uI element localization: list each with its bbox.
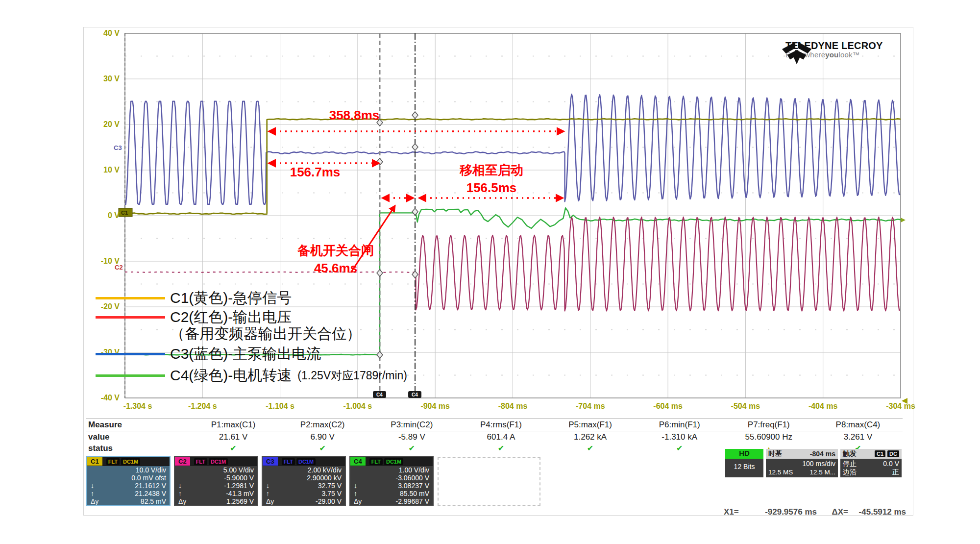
channel-badge: FLT: [106, 458, 120, 465]
channel-cursor-symbol: Δy: [354, 497, 362, 505]
measure-header[interactable]: P7:freq(F1): [724, 420, 813, 430]
channel-badge: DC1M: [296, 458, 316, 465]
hd-label: HD: [725, 449, 763, 459]
channel-value: 5.00 V/div: [223, 466, 254, 474]
measure-header[interactable]: P6:min(F1): [635, 420, 724, 430]
channel-badge: FLT: [369, 458, 383, 465]
status-ok-icon: ✔: [230, 444, 236, 452]
cursor-readout: X1=-929.9576 msΔX=-45.5912 ms X2=-975.54…: [724, 480, 906, 544]
annotation-total-time: 358.8ms: [308, 108, 401, 123]
channel-value: 2.90000 kV: [307, 474, 342, 482]
channel-cursor-symbol: Δy: [178, 497, 186, 505]
status-ok-icon: ✔: [587, 444, 593, 452]
channel-value: -3.06000 V: [396, 474, 430, 482]
channel-box-c2[interactable]: C2FLTDC1M5.00 V/div-5.9000 V↓-1.2981 V↑-…: [174, 456, 258, 506]
measure-value: 601.4 A: [456, 432, 545, 442]
channel-box-c4[interactable]: C4FLTDC1M1.00 V/div-3.06000 V↓3.08237 V↑…: [349, 456, 434, 506]
channel-value: 0.0 mV ofst: [131, 474, 166, 482]
timebase-scale: 100 ms/div: [768, 460, 835, 468]
measure-header[interactable]: P4:rms(F1): [456, 420, 545, 430]
status-ok-icon: ✔: [498, 444, 504, 452]
trigger-source-badge: C1: [875, 450, 885, 457]
channel-chip: C1: [87, 457, 102, 466]
channel-value: 85.50 mV: [400, 490, 429, 497]
channel-value: 1.00 V/div: [399, 466, 429, 474]
channel-cursor-symbol: ↓: [91, 482, 94, 490]
channel-value: -41.3 mV: [226, 490, 254, 497]
channel-badge: DC1M: [121, 458, 140, 465]
empty-descriptor-slot[interactable]: [438, 457, 540, 506]
annotation-first-interval: 156.7ms: [269, 165, 362, 180]
channel-badge: FLT: [282, 458, 295, 465]
measure-value: 21.61 V: [189, 432, 278, 442]
trigger-title: 触发: [843, 449, 857, 458]
measure-value: 6.90 V: [278, 432, 367, 442]
measure-header[interactable]: P1:max(C1): [189, 420, 278, 430]
channel-value: -2.99687 V: [396, 497, 430, 505]
channel-cursor-symbol: ↓: [266, 482, 270, 490]
annotation-switch-value: 45.6ms: [279, 261, 392, 276]
channel-value: -29.00 V: [316, 497, 342, 505]
channel-value: 1.2569 V: [226, 497, 254, 505]
channel-chip: C4: [350, 457, 366, 466]
channel-cursor-symbol: ↑: [266, 490, 270, 497]
timebase-delay: -804 ms: [810, 450, 835, 458]
channel-chip: C3: [263, 457, 278, 466]
channel-value: -1.2981 V: [224, 482, 254, 490]
timebase-rate: 12.5 M...: [809, 468, 835, 476]
timebase-box[interactable]: 时基 -804 ms 100 ms/div 12.5 MS 12.5 M...: [766, 449, 838, 477]
channel-value: 21.2438 V: [135, 490, 166, 497]
measure-value: 55.60900 Hz: [724, 432, 813, 442]
measure-value: -5.89 V: [367, 432, 456, 442]
trigger-box[interactable]: 触发 C1 DC 停止 0.0 V 边沿 正: [840, 449, 902, 477]
channel-cursor-symbol: ↑: [91, 490, 94, 497]
measure-value: 3.261 V: [813, 432, 903, 442]
channel-value: 10.0 V/div: [136, 466, 166, 474]
channel-cursor-symbol: Δy: [266, 497, 274, 505]
channel-badge: DC1M: [209, 458, 228, 465]
channel-box-c1[interactable]: C1FLTDC1M10.0 V/div0.0 mV ofst↓21.1612 V…: [86, 456, 171, 506]
measure-row-label: value: [86, 432, 189, 442]
channel-cursor-symbol: ↓: [354, 482, 357, 490]
channel-cursor-symbol: ↑: [354, 490, 357, 497]
teledyne-logo-icon: [782, 40, 812, 66]
channel-value: 82.5 mV: [141, 497, 166, 505]
measure-header[interactable]: P3:min(C2): [367, 420, 456, 430]
channel-badge: DC1M: [384, 458, 403, 465]
annotation-switch-label: 备机开关合闸: [279, 242, 392, 259]
status-ok-icon: ✔: [676, 444, 683, 452]
trigger-level: 0.0 V: [883, 460, 899, 468]
channel-value: 3.75 V: [322, 490, 342, 497]
measure-row-label: Measure: [86, 420, 189, 430]
channel-box-c3[interactable]: C3FLTDC1M2.00 kV/div2.90000 kV↓32.75 V↑3…: [262, 456, 346, 506]
cursor-readout-row1: X1=-929.9576 msΔX=-45.5912 ms: [724, 506, 906, 519]
timebase-samples: 12.5 MS: [768, 468, 793, 476]
channel-value: 2.00 kV/div: [308, 466, 342, 474]
annotation-phase-value: 156.5ms: [433, 180, 550, 196]
channel-badge: FLT: [194, 458, 207, 465]
channel-cursor-symbol: ↓: [178, 482, 182, 490]
annotation-phase-label: 移相至启动: [433, 162, 550, 179]
hd-bits: 12 Bits: [725, 459, 763, 477]
timebase-title: 时基: [768, 449, 782, 458]
measure-value: -1.310 kA: [635, 432, 724, 442]
oscilloscope-screen: C3C2C1C4C4 40 V30 V20 V10 V0 V-10 V-20 V…: [0, 0, 980, 544]
measure-header[interactable]: P5:max(F1): [546, 420, 635, 430]
hd-mode-box[interactable]: HD 12 Bits: [725, 449, 763, 477]
measure-header[interactable]: P8:max(C4): [813, 420, 903, 430]
trigger-state: 停止: [843, 460, 857, 468]
status-ok-icon: ✔: [319, 444, 325, 452]
teledyne-lecroy-logo: TELEDYNE LECROY Everywhereyoulook™: [782, 40, 883, 59]
channel-cursor-symbol: Δy: [91, 497, 98, 505]
status-ok-icon: ✔: [409, 444, 415, 452]
channel-value: -5.9000 V: [224, 474, 254, 482]
trigger-slope: 正: [892, 468, 899, 476]
measure-header[interactable]: P2:max(C2): [278, 420, 367, 430]
measure-value: 1.262 kA: [546, 432, 635, 442]
channel-value: 32.75 V: [318, 482, 342, 490]
channel-chip: C2: [175, 457, 190, 466]
measure-row-label: status: [86, 444, 189, 453]
channel-descriptors: C1FLTDC1M10.0 V/div0.0 mV ofst↓21.1612 V…: [86, 456, 437, 506]
channel-value: 21.1612 V: [135, 482, 166, 490]
channel-value: 3.08237 V: [398, 482, 429, 490]
